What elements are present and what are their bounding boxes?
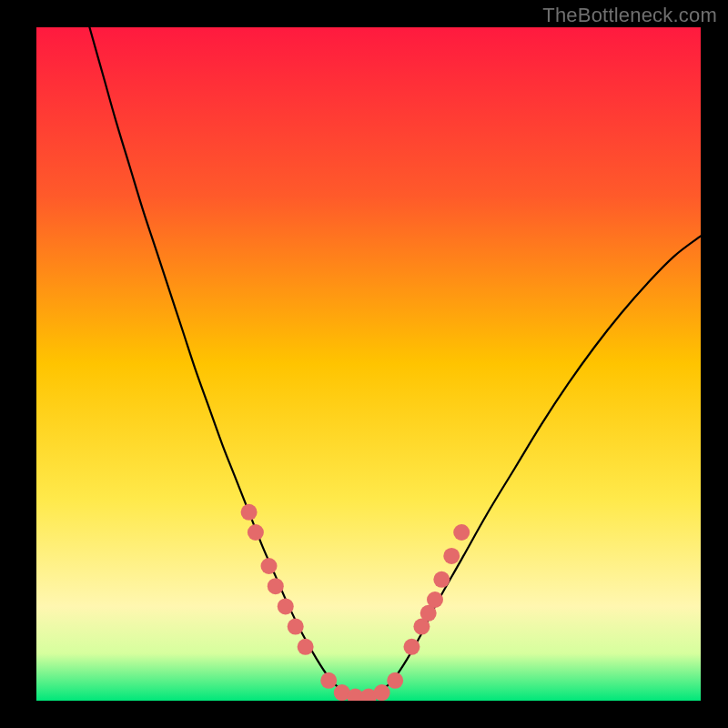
marker-dot [403,639,420,655]
marker-dot [320,672,337,689]
marker-dot [387,672,403,689]
plot-area [36,27,701,701]
gradient-background [36,27,701,701]
marker-dot [248,524,264,541]
marker-dot [427,592,443,608]
marker-dot [298,639,314,655]
marker-dot [268,578,284,594]
chart-svg [36,27,701,701]
marker-dot [433,571,450,588]
marker-dot [374,684,390,701]
marker-dot [278,598,294,614]
marker-dot [288,619,304,635]
marker-dot [241,504,258,521]
marker-dot [443,548,460,564]
marker-dot [261,558,278,574]
watermark-label: TheBottleneck.com [542,4,717,27]
chart-frame: TheBottleneck.com [0,0,728,728]
marker-dot [453,524,470,541]
